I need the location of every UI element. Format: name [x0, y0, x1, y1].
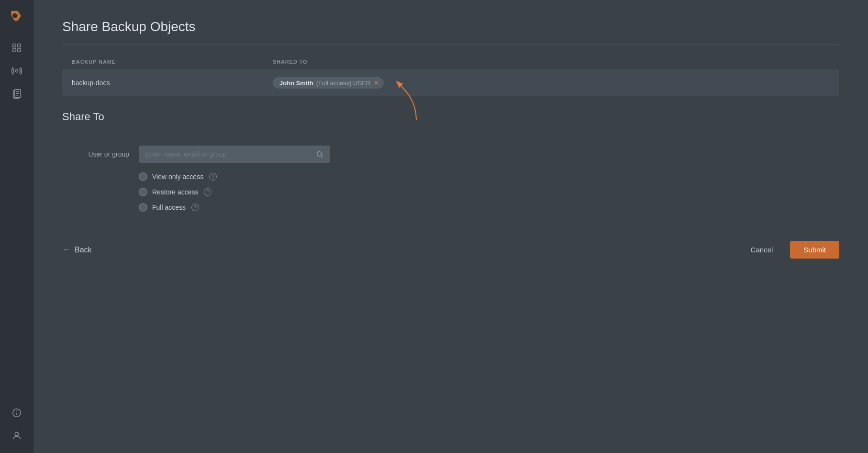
- svg-line-14: [321, 156, 323, 158]
- info-icon[interactable]: [7, 403, 26, 422]
- main-content: Share Backup Objects BACKUP NAME SHARED …: [33, 0, 868, 453]
- svg-rect-1: [13, 44, 16, 47]
- backup-name-cell: backup-docs: [72, 79, 263, 87]
- footer-right: Cancel Submit: [741, 241, 839, 259]
- back-label: Back: [75, 246, 92, 254]
- svg-rect-2: [18, 44, 21, 47]
- radio-label-restore: Restore access: [152, 188, 198, 196]
- broadcast-icon[interactable]: [7, 61, 26, 80]
- sidebar: [0, 0, 33, 453]
- col-shared-to: SHARED TO: [273, 59, 830, 65]
- back-arrow-icon: ←: [62, 245, 71, 255]
- radio-view-only[interactable]: View only access ?: [139, 172, 839, 181]
- svg-point-13: [317, 152, 322, 156]
- col-backup-name: BACKUP NAME: [72, 59, 263, 65]
- user-tag-name: John Smith: [279, 79, 313, 87]
- svg-rect-4: [18, 49, 21, 52]
- share-to-divider: [62, 131, 839, 131]
- user-tag: John Smith (Full access) USER ×: [273, 77, 384, 89]
- radio-full[interactable]: Full access ?: [139, 203, 839, 212]
- user-group-form-row: User or group: [62, 146, 839, 163]
- table-row: backup-docs John Smith (Full access) USE…: [62, 69, 839, 96]
- search-button[interactable]: [314, 148, 325, 160]
- radio-circle-view-only: [139, 172, 147, 181]
- user-tag-remove-button[interactable]: ×: [374, 79, 378, 87]
- svg-rect-3: [13, 49, 16, 52]
- table-headers: BACKUP NAME SHARED TO: [62, 59, 839, 69]
- share-to-title: Share To: [62, 111, 839, 123]
- app-logo[interactable]: [7, 8, 26, 27]
- page-title: Share Backup Objects: [62, 19, 839, 34]
- svg-point-11: [15, 432, 18, 436]
- radio-circle-full: [139, 203, 147, 212]
- user-group-label: User or group: [72, 150, 129, 158]
- cancel-button[interactable]: Cancel: [741, 241, 783, 259]
- help-icon-full[interactable]: ?: [191, 204, 199, 211]
- back-button[interactable]: ← Back: [62, 245, 92, 255]
- submit-button[interactable]: Submit: [790, 241, 839, 259]
- radio-label-view-only: View only access: [152, 173, 203, 181]
- footer: ← Back Cancel Submit: [62, 231, 839, 259]
- grid-icon[interactable]: [7, 38, 26, 57]
- svg-point-5: [15, 69, 18, 72]
- sidebar-bottom: [7, 403, 26, 445]
- radio-circle-restore: [139, 188, 147, 196]
- search-input-wrapper: [139, 146, 330, 163]
- documents-icon[interactable]: [7, 84, 26, 103]
- search-input[interactable]: [139, 146, 330, 163]
- help-icon-view-only[interactable]: ?: [209, 173, 217, 181]
- help-icon-restore[interactable]: ?: [204, 188, 211, 196]
- shared-to-cell: John Smith (Full access) USER ×: [273, 77, 830, 89]
- radio-restore[interactable]: Restore access ?: [139, 188, 839, 196]
- radio-label-full: Full access: [152, 204, 186, 211]
- profile-icon[interactable]: [7, 426, 26, 445]
- user-tag-access: (Full access) USER: [316, 79, 370, 87]
- access-options-group: View only access ? Restore access ? Full…: [62, 172, 839, 212]
- title-divider: [62, 44, 839, 45]
